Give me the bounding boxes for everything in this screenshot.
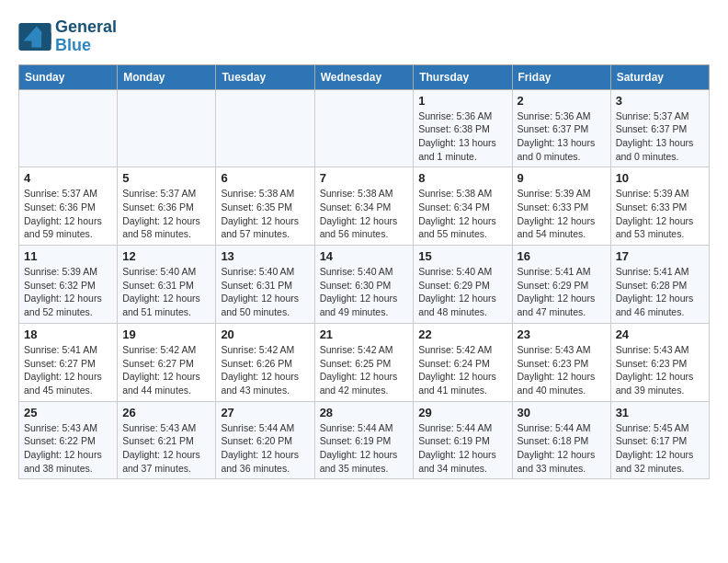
day-of-week-header: Tuesday — [216, 64, 314, 89]
day-number: 9 — [518, 171, 606, 185]
day-number: 29 — [418, 406, 506, 419]
day-info: Sunrise: 5:44 AM Sunset: 6:19 PM Dayligh… — [320, 421, 409, 476]
calendar-cell: 28Sunrise: 5:44 AM Sunset: 6:19 PM Dayli… — [314, 401, 414, 479]
calendar-cell: 25Sunrise: 5:43 AM Sunset: 6:22 PM Dayli… — [19, 401, 118, 479]
day-number: 5 — [122, 171, 210, 185]
calendar-cell: 15Sunrise: 5:40 AM Sunset: 6:29 PM Dayli… — [414, 246, 512, 324]
day-number: 15 — [418, 249, 506, 263]
day-number: 6 — [221, 171, 309, 185]
calendar-cell: 20Sunrise: 5:42 AM Sunset: 6:26 PM Dayli… — [216, 323, 314, 401]
day-number: 26 — [122, 406, 210, 419]
calendar-cell: 8Sunrise: 5:38 AM Sunset: 6:34 PM Daylig… — [414, 167, 512, 246]
calendar-cell: 3Sunrise: 5:37 AM Sunset: 6:37 PM Daylig… — [610, 89, 709, 167]
day-info: Sunrise: 5:36 AM Sunset: 6:37 PM Dayligh… — [518, 109, 606, 164]
day-number: 2 — [518, 94, 606, 108]
calendar-cell: 13Sunrise: 5:40 AM Sunset: 6:31 PM Dayli… — [216, 246, 314, 324]
day-number: 7 — [320, 171, 409, 185]
calendar-cell — [314, 89, 414, 167]
calendar-cell: 18Sunrise: 5:41 AM Sunset: 6:27 PM Dayli… — [19, 323, 118, 401]
day-number: 19 — [122, 327, 210, 341]
calendar-cell: 1Sunrise: 5:36 AM Sunset: 6:38 PM Daylig… — [414, 89, 512, 167]
calendar-cell — [118, 89, 216, 167]
day-number: 21 — [320, 327, 409, 341]
day-number: 25 — [24, 406, 112, 419]
calendar-cell: 17Sunrise: 5:41 AM Sunset: 6:28 PM Dayli… — [610, 246, 709, 324]
day-of-week-header: Thursday — [414, 64, 512, 89]
day-info: Sunrise: 5:38 AM Sunset: 6:34 PM Dayligh… — [418, 187, 506, 241]
day-number: 14 — [320, 249, 409, 263]
calendar-cell: 29Sunrise: 5:44 AM Sunset: 6:19 PM Dayli… — [414, 401, 512, 479]
day-number: 31 — [616, 406, 704, 419]
day-info: Sunrise: 5:38 AM Sunset: 6:34 PM Dayligh… — [320, 187, 409, 241]
day-info: Sunrise: 5:39 AM Sunset: 6:32 PM Dayligh… — [24, 265, 112, 319]
day-info: Sunrise: 5:44 AM Sunset: 6:18 PM Dayligh… — [518, 421, 606, 476]
logo-icon — [18, 23, 51, 51]
day-info: Sunrise: 5:40 AM Sunset: 6:31 PM Dayligh… — [122, 265, 210, 319]
day-number: 18 — [24, 327, 112, 341]
day-info: Sunrise: 5:41 AM Sunset: 6:27 PM Dayligh… — [24, 343, 112, 397]
day-info: Sunrise: 5:41 AM Sunset: 6:28 PM Dayligh… — [616, 265, 704, 319]
day-number: 12 — [122, 249, 210, 263]
calendar-cell: 22Sunrise: 5:42 AM Sunset: 6:24 PM Dayli… — [414, 323, 512, 401]
calendar-cell: 21Sunrise: 5:42 AM Sunset: 6:25 PM Dayli… — [314, 323, 414, 401]
day-info: Sunrise: 5:37 AM Sunset: 6:36 PM Dayligh… — [24, 187, 112, 241]
day-info: Sunrise: 5:42 AM Sunset: 6:26 PM Dayligh… — [221, 343, 309, 397]
day-info: Sunrise: 5:40 AM Sunset: 6:31 PM Dayligh… — [221, 265, 309, 319]
day-of-week-header: Sunday — [19, 64, 118, 89]
day-info: Sunrise: 5:43 AM Sunset: 6:22 PM Dayligh… — [24, 421, 112, 476]
calendar-cell: 9Sunrise: 5:39 AM Sunset: 6:33 PM Daylig… — [512, 167, 610, 246]
calendar-cell: 19Sunrise: 5:42 AM Sunset: 6:27 PM Dayli… — [118, 323, 216, 401]
day-info: Sunrise: 5:45 AM Sunset: 6:17 PM Dayligh… — [616, 421, 704, 476]
day-number: 24 — [616, 327, 704, 341]
day-of-week-header: Saturday — [610, 64, 709, 89]
day-info: Sunrise: 5:40 AM Sunset: 6:30 PM Dayligh… — [320, 265, 409, 319]
calendar-cell: 26Sunrise: 5:43 AM Sunset: 6:21 PM Dayli… — [118, 401, 216, 479]
day-info: Sunrise: 5:44 AM Sunset: 6:20 PM Dayligh… — [221, 421, 309, 476]
day-number: 4 — [24, 171, 112, 185]
day-info: Sunrise: 5:36 AM Sunset: 6:38 PM Dayligh… — [418, 109, 506, 164]
calendar-cell — [19, 89, 118, 167]
calendar-cell: 23Sunrise: 5:43 AM Sunset: 6:23 PM Dayli… — [512, 323, 610, 401]
day-number: 13 — [221, 249, 309, 263]
day-info: Sunrise: 5:43 AM Sunset: 6:21 PM Dayligh… — [122, 421, 210, 476]
day-info: Sunrise: 5:39 AM Sunset: 6:33 PM Dayligh… — [518, 187, 606, 241]
calendar-cell: 31Sunrise: 5:45 AM Sunset: 6:17 PM Dayli… — [610, 401, 709, 479]
calendar-cell: 30Sunrise: 5:44 AM Sunset: 6:18 PM Dayli… — [512, 401, 610, 479]
calendar-cell — [216, 89, 314, 167]
calendar-cell: 11Sunrise: 5:39 AM Sunset: 6:32 PM Dayli… — [19, 246, 118, 324]
day-of-week-header: Monday — [118, 64, 216, 89]
day-number: 16 — [518, 249, 606, 263]
page-header: General Blue — [18, 18, 710, 55]
day-info: Sunrise: 5:41 AM Sunset: 6:29 PM Dayligh… — [518, 265, 606, 319]
calendar-cell: 24Sunrise: 5:43 AM Sunset: 6:23 PM Dayli… — [610, 323, 709, 401]
day-info: Sunrise: 5:37 AM Sunset: 6:37 PM Dayligh… — [616, 109, 704, 164]
day-info: Sunrise: 5:44 AM Sunset: 6:19 PM Dayligh… — [418, 421, 506, 476]
day-of-week-header: Wednesday — [314, 64, 414, 89]
day-number: 8 — [418, 171, 506, 185]
calendar-cell: 27Sunrise: 5:44 AM Sunset: 6:20 PM Dayli… — [216, 401, 314, 479]
day-info: Sunrise: 5:38 AM Sunset: 6:35 PM Dayligh… — [221, 187, 309, 241]
logo: General Blue — [18, 18, 117, 55]
calendar-cell: 2Sunrise: 5:36 AM Sunset: 6:37 PM Daylig… — [512, 89, 610, 167]
day-info: Sunrise: 5:40 AM Sunset: 6:29 PM Dayligh… — [418, 265, 506, 319]
day-number: 28 — [320, 406, 409, 419]
calendar-cell: 6Sunrise: 5:38 AM Sunset: 6:35 PM Daylig… — [216, 167, 314, 246]
calendar-cell: 10Sunrise: 5:39 AM Sunset: 6:33 PM Dayli… — [610, 167, 709, 246]
day-info: Sunrise: 5:42 AM Sunset: 6:25 PM Dayligh… — [320, 343, 409, 397]
calendar-table: SundayMondayTuesdayWednesdayThursdayFrid… — [18, 64, 710, 480]
day-number: 23 — [518, 327, 606, 341]
day-number: 30 — [518, 406, 606, 419]
day-number: 17 — [616, 249, 704, 263]
day-of-week-header: Friday — [512, 64, 610, 89]
day-info: Sunrise: 5:39 AM Sunset: 6:33 PM Dayligh… — [616, 187, 704, 241]
svg-marker-2 — [41, 32, 51, 43]
logo-text: General Blue — [55, 18, 117, 55]
calendar-cell: 16Sunrise: 5:41 AM Sunset: 6:29 PM Dayli… — [512, 246, 610, 324]
day-number: 22 — [418, 327, 506, 341]
day-info: Sunrise: 5:43 AM Sunset: 6:23 PM Dayligh… — [616, 343, 704, 397]
day-number: 1 — [418, 94, 506, 108]
day-number: 11 — [24, 249, 112, 263]
calendar-cell: 14Sunrise: 5:40 AM Sunset: 6:30 PM Dayli… — [314, 246, 414, 324]
day-info: Sunrise: 5:43 AM Sunset: 6:23 PM Dayligh… — [518, 343, 606, 397]
day-info: Sunrise: 5:42 AM Sunset: 6:27 PM Dayligh… — [122, 343, 210, 397]
